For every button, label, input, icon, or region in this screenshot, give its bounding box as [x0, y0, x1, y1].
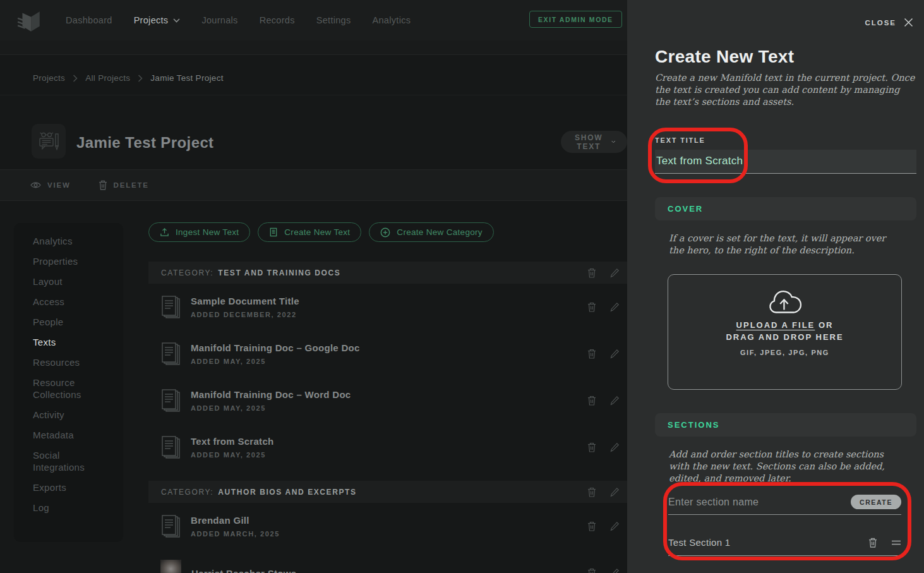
- text-thumbnail-icon: [160, 514, 181, 538]
- nav-item-journals[interactable]: Journals: [201, 15, 237, 25]
- delete-label: DELETE: [114, 181, 149, 189]
- text-title: Manifold Training Doc – Google Doc: [191, 342, 360, 353]
- text-title: Sample Document Title: [191, 296, 299, 306]
- text-list-item[interactable]: Harriet Beecher Stowe: [148, 550, 627, 573]
- sidebar-item-properties[interactable]: Properties: [33, 255, 123, 267]
- text-title: Harriet Beecher Stowe: [191, 568, 296, 573]
- sidebar-item-access[interactable]: Access: [33, 296, 123, 308]
- section-name-input[interactable]: [668, 497, 851, 508]
- nav-item-projects[interactable]: Projects: [134, 15, 181, 25]
- cover-header-label: COVER: [668, 204, 703, 214]
- text-added-date: ADDED MARCH, 2025: [191, 530, 280, 538]
- ingest-new-text-button[interactable]: Ingest New Text: [148, 222, 250, 242]
- cover-section-header: COVER: [655, 197, 916, 220]
- create-section-button[interactable]: CREATE: [851, 495, 901, 509]
- edit-category-icon[interactable]: [610, 268, 620, 278]
- sidebar-item-metadata[interactable]: Metadata: [33, 429, 123, 441]
- delete-section-icon[interactable]: [868, 538, 877, 548]
- delete-text-icon[interactable]: [587, 521, 596, 531]
- header-strip: [0, 40, 627, 55]
- text-list-item[interactable]: Sample Document Title ADDED DECEMBER, 20…: [148, 284, 627, 330]
- utility-bar: VIEW DELETE: [0, 169, 627, 201]
- breadcrumb-all-projects[interactable]: All Projects: [85, 73, 130, 83]
- exit-admin-mode-button[interactable]: EXIT ADMIN MODE: [529, 11, 622, 28]
- sidebar-item-exports[interactable]: Exports: [33, 481, 123, 493]
- cover-description: If a cover is set for the text, it will …: [669, 232, 901, 256]
- drag-handle-icon[interactable]: [891, 540, 901, 546]
- delete-button[interactable]: DELETE: [99, 180, 149, 190]
- sections-section-header: SECTIONS: [655, 413, 916, 437]
- upload-or-text: OR: [815, 320, 833, 330]
- nav-item-dashboard[interactable]: Dashboard: [66, 15, 112, 25]
- nav-item-analytics[interactable]: Analytics: [373, 15, 411, 25]
- plus-circle-icon: [380, 227, 390, 238]
- create-new-category-button[interactable]: Create New Category: [369, 222, 494, 242]
- delete-text-icon[interactable]: [587, 395, 596, 406]
- show-text-label: SHOW TEXT: [572, 133, 605, 151]
- text-title: Text from Scratch: [191, 436, 274, 447]
- text-list-item[interactable]: Manifold Training Doc – Google Doc ADDED…: [148, 330, 627, 377]
- sidebar-item-log[interactable]: Log: [33, 502, 123, 514]
- sidebar-item-resource-collections[interactable]: Resource Collections: [33, 377, 102, 401]
- text-added-date: ADDED MAY, 2025: [191, 404, 351, 412]
- cover-upload-dropzone[interactable]: UPLOAD A FILE OR DRAG AND DROP HERE GIF,…: [668, 274, 902, 390]
- edit-text-icon[interactable]: [610, 521, 620, 531]
- top-navbar: Dashboard Projects Journals Records Sett…: [0, 0, 627, 40]
- nav-item-records[interactable]: Records: [260, 15, 295, 25]
- delete-text-icon[interactable]: [587, 349, 596, 359]
- drawer-close-button[interactable]: CLOSE: [865, 18, 913, 27]
- divider: [0, 95, 627, 95]
- edit-text-icon[interactable]: [610, 442, 620, 452]
- cloud-upload-icon: [765, 289, 805, 317]
- upload-icon: [160, 227, 169, 237]
- category-name: TEST AND TRAINING DOCS: [218, 268, 340, 277]
- edit-text-icon[interactable]: [610, 302, 620, 312]
- edit-text-icon[interactable]: [610, 568, 620, 573]
- section-name: Test Section 1: [668, 537, 868, 548]
- delete-category-icon[interactable]: [587, 487, 596, 497]
- text-list-item[interactable]: Manifold Training Doc – Word Doc ADDED M…: [148, 377, 627, 424]
- nav-item-projects-label: Projects: [134, 15, 169, 25]
- page-title: Jamie Test Project: [76, 134, 214, 152]
- portrait-thumbnail: [160, 560, 181, 573]
- edit-text-icon[interactable]: [610, 349, 620, 359]
- main-area: Dashboard Projects Journals Records Sett…: [0, 0, 627, 573]
- delete-category-icon[interactable]: [587, 268, 596, 278]
- delete-text-icon[interactable]: [587, 442, 596, 452]
- app-root: Dashboard Projects Journals Records Sett…: [0, 0, 924, 573]
- create-new-category-label: Create New Category: [397, 227, 483, 237]
- text-title-input[interactable]: [655, 150, 916, 174]
- category-header: CATEGORY: AUTHOR BIOS AND EXCERPTS: [148, 481, 627, 503]
- manifold-logo-icon[interactable]: [16, 7, 43, 33]
- text-title: Manifold Training Doc – Word Doc: [191, 389, 351, 400]
- sidebar-item-layout[interactable]: Layout: [33, 275, 123, 287]
- sidebar-item-activity[interactable]: Activity: [33, 409, 123, 421]
- nav-item-settings[interactable]: Settings: [316, 15, 351, 25]
- text-added-date: ADDED DECEMBER, 2022: [191, 311, 299, 318]
- upload-formats: GIF, JPEG, JPG, PNG: [668, 349, 901, 356]
- text-list-item[interactable]: Brendan Gill ADDED MARCH, 2025: [148, 503, 627, 550]
- create-new-text-button[interactable]: Create New Text: [258, 222, 361, 242]
- edit-text-icon[interactable]: [610, 395, 620, 406]
- text-list-item[interactable]: Text from Scratch ADDED MAY, 2025: [148, 424, 627, 471]
- edit-category-icon[interactable]: [610, 487, 620, 497]
- view-button[interactable]: VIEW: [30, 181, 71, 189]
- sidebar-item-people[interactable]: People: [33, 316, 123, 328]
- upload-a-file-link[interactable]: UPLOAD A FILE: [736, 320, 815, 330]
- upload-instructions: UPLOAD A FILE OR DRAG AND DROP HERE: [668, 319, 901, 343]
- delete-text-icon[interactable]: [587, 302, 596, 312]
- sidebar-item-analytics[interactable]: Analytics: [33, 235, 123, 247]
- show-text-dropdown[interactable]: SHOW TEXT: [561, 131, 627, 153]
- text-title-label: TEXT TITLE: [655, 136, 705, 144]
- create-new-text-label: Create New Text: [284, 227, 350, 237]
- text-thumbnail-icon: [160, 342, 181, 366]
- delete-text-icon[interactable]: [587, 568, 596, 573]
- sidebar-item-resources[interactable]: Resources: [33, 356, 123, 368]
- sidebar-item-social-integrations[interactable]: Social Integrations: [33, 449, 102, 473]
- section-list-item: Test Section 1: [668, 529, 901, 556]
- create-new-text-drawer: CLOSE Create New Text Create a new Manif…: [627, 0, 924, 573]
- text-added-date: ADDED MAY, 2025: [191, 451, 274, 459]
- sections-header-label: SECTIONS: [668, 420, 719, 430]
- sidebar-item-texts[interactable]: Texts: [33, 336, 123, 348]
- breadcrumb-projects[interactable]: Projects: [33, 73, 65, 83]
